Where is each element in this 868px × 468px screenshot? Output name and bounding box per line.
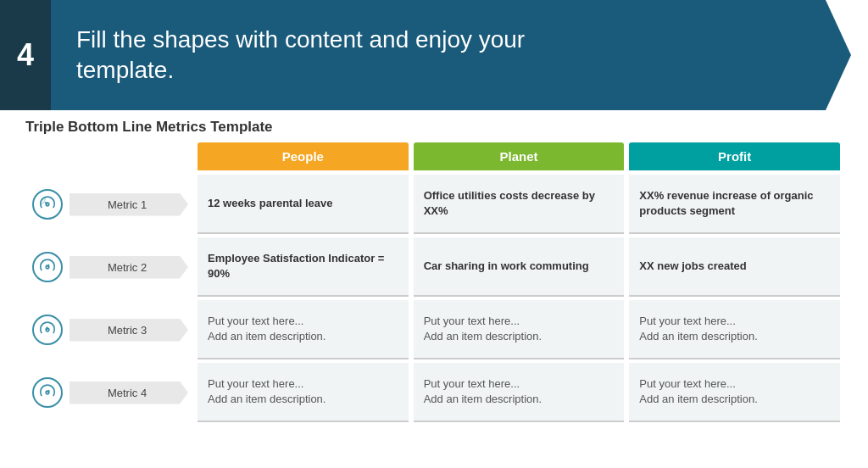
rows-table: Metric 1 12 weeks parental leaveOffice u… (25, 173, 843, 424)
data-text-planet-row-2: Car sharing in work commuting (424, 259, 589, 274)
metric-label-1: Metric 1 (70, 193, 188, 216)
metric-icon-1 (32, 189, 63, 220)
metric-label-cell-2: Metric 2 (25, 237, 195, 297)
data-cell-people-row-1: 12 weeks parental leave (198, 175, 409, 234)
data-cell-people-row-2: Employee Satisfaction Indicator = 90% (198, 237, 409, 297)
metric-label-arrow-2: Metric 2 (70, 256, 188, 279)
data-text-people-row-3: Put your text here... Add an item descri… (208, 314, 326, 344)
data-text-planet-row-3: Put your text here... Add an item descri… (424, 314, 542, 344)
metric-label-cell-1: Metric 1 (25, 175, 195, 234)
slide-number: 4 (0, 0, 51, 110)
col-header-profit: Profit (629, 142, 840, 170)
data-cell-planet-row-2: Car sharing in work commuting (414, 237, 625, 297)
metric-label-2: Metric 2 (70, 256, 188, 279)
page: 4 Fill the shapes with content and enjoy… (0, 0, 868, 468)
col-header-empty (25, 142, 195, 173)
data-cell-planet-row-4: Put your text here... Add an item descri… (414, 363, 625, 422)
data-text-profit-row-3: Put your text here... Add an item descri… (639, 314, 757, 344)
subtitle: Triple Bottom Line Metrics Template (25, 119, 273, 135)
data-text-profit-row-1: XX% revenue increase of organic products… (639, 188, 830, 219)
metric-icon-3 (32, 315, 63, 345)
metric-label-cell-3: Metric 3 (25, 300, 195, 359)
col-header-people: People (198, 142, 409, 170)
data-cell-planet-row-3: Put your text here... Add an item descri… (414, 300, 625, 359)
data-text-profit-row-4: Put your text here... Add an item descri… (639, 376, 757, 407)
data-text-people-row-4: Put your text here... Add an item descri… (208, 376, 326, 407)
metric-label-arrow-1: Metric 1 (70, 193, 188, 216)
header-banner: Fill the shapes with content and enjoy y… (51, 0, 851, 110)
data-cell-profit-row-3: Put your text here... Add an item descri… (629, 300, 840, 359)
metric-icon-4 (32, 377, 63, 408)
data-cell-planet-row-1: Office utilities costs decrease by XX% (414, 175, 625, 234)
data-text-people-row-2: Employee Satisfaction Indicator = 90% (208, 251, 398, 281)
metric-icon-2 (32, 252, 63, 282)
data-cell-profit-row-1: XX% revenue increase of organic products… (629, 175, 840, 234)
header: 4 Fill the shapes with content and enjoy… (0, 0, 868, 110)
data-text-planet-row-4: Put your text here... Add an item descri… (424, 376, 542, 407)
data-cell-profit-row-2: XX new jobs created (629, 237, 840, 297)
metric-label-3: Metric 3 (70, 319, 188, 342)
header-title: Fill the shapes with content and enjoy y… (76, 25, 525, 86)
metric-label-arrow-4: Metric 4 (70, 382, 188, 404)
data-text-people-row-1: 12 weeks parental leave (208, 196, 332, 211)
data-cell-people-row-4: Put your text here... Add an item descri… (198, 363, 409, 422)
metric-label-arrow-3: Metric 3 (70, 319, 188, 342)
data-cell-people-row-3: Put your text here... Add an item descri… (198, 300, 409, 359)
data-cell-profit-row-4: Put your text here... Add an item descri… (629, 363, 840, 422)
col-header-planet: Planet (414, 142, 625, 170)
data-text-profit-row-2: XX new jobs created (639, 259, 746, 274)
metrics-table: People Planet Profit (25, 142, 843, 173)
data-text-planet-row-1: Office utilities costs decrease by XX% (424, 188, 615, 219)
metric-label-4: Metric 4 (70, 382, 188, 404)
metric-label-cell-4: Metric 4 (25, 363, 195, 422)
main-content: People Planet Profit Metric 1 12 weeks p… (0, 142, 868, 432)
subtitle-row: Triple Bottom Line Metrics Template (0, 110, 868, 142)
